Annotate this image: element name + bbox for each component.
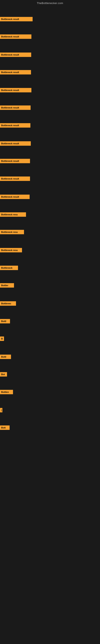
bar-row-2: Bottleneck result <box>0 52 100 58</box>
bottleneck-bar-1: Bottleneck result <box>0 34 31 39</box>
bar-row-11: Bottleneck resu <box>0 212 100 218</box>
bottleneck-bar-3: Bottleneck result <box>0 70 31 74</box>
bar-row-1: Bottleneck result <box>0 34 100 40</box>
bottleneck-bar-17: Bottl <box>0 319 10 324</box>
bar-row-14: Bottleneck <box>0 266 100 272</box>
bottleneck-bar-10: Bottleneck result <box>0 194 30 199</box>
bar-row-5: Bottleneck result <box>0 106 100 112</box>
bar-row-4: Bottleneck result <box>0 88 100 94</box>
bottleneck-bar-21: Bottlen <box>0 390 13 394</box>
bottleneck-bar-6: Bottleneck result <box>0 123 30 128</box>
bar-row-20: Bot <box>0 372 100 378</box>
bottleneck-bar-9: Bottleneck result <box>0 176 30 181</box>
bar-row-0: Bottleneck result <box>0 17 100 23</box>
bar-row-9: Bottleneck result <box>0 176 100 182</box>
bottleneck-bar-4: Bottleneck result <box>0 88 31 92</box>
bottleneck-bar-7: Bottleneck result <box>0 141 31 146</box>
bottleneck-bar-8: Bottleneck result <box>0 159 30 163</box>
bar-row-10: Bottleneck result <box>0 194 100 201</box>
bar-row-13: Bottleneck resu <box>0 248 100 254</box>
bottleneck-bar-11: Bottleneck resu <box>0 212 26 217</box>
bar-row-22: | <box>0 408 100 414</box>
bar-row-16: Bottlenec <box>0 301 100 307</box>
bar-row-6: Bottleneck result <box>0 123 100 129</box>
bottleneck-bar-20: Bot <box>0 372 7 376</box>
bar-row-18: B <box>0 336 100 342</box>
bar-row-15: Bottler <box>0 283 100 289</box>
bar-row-12: Bottleneck resu <box>0 230 100 236</box>
site-header: TheBottlenecker.com <box>0 0 100 6</box>
bar-row-23: Bott <box>0 426 100 432</box>
bottleneck-bar-19: Bottl <box>0 354 11 359</box>
bottleneck-bar-5: Bottleneck result <box>0 106 31 110</box>
bar-row-17: Bottl <box>0 319 100 325</box>
bottleneck-bar-16: Bottlenec <box>0 301 16 306</box>
bottleneck-bar-2: Bottleneck result <box>0 52 31 57</box>
bottleneck-bar-13: Bottleneck resu <box>0 248 22 252</box>
bottleneck-bar-15: Bottler <box>0 283 14 288</box>
bottleneck-bar-18: B <box>0 336 4 341</box>
bottleneck-bar-23: Bott <box>0 426 10 430</box>
bottleneck-bar-0: Bottleneck result <box>0 17 33 21</box>
bar-row-3: Bottleneck result <box>0 70 100 76</box>
bottleneck-bar-22: | <box>0 408 2 412</box>
bottleneck-bar-14: Bottleneck <box>0 266 18 270</box>
bottleneck-bar-12: Bottleneck resu <box>0 230 24 234</box>
bar-row-8: Bottleneck result <box>0 159 100 165</box>
bar-row-21: Bottlen <box>0 390 100 396</box>
bar-row-19: Bottl <box>0 354 100 361</box>
bar-row-7: Bottleneck result <box>0 141 100 147</box>
